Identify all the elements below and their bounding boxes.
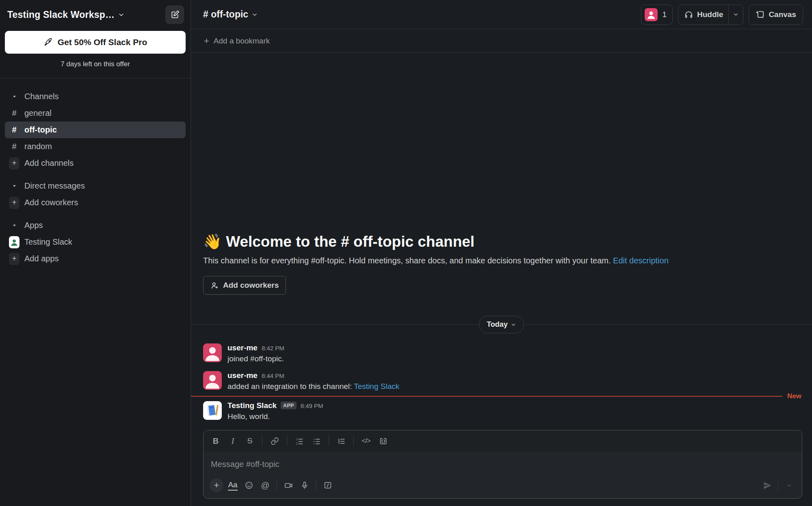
edit-description-link[interactable]: Edit description — [613, 256, 669, 265]
message-input[interactable] — [204, 452, 802, 475]
get-slack-pro-button[interactable]: Get 50% Off Slack Pro — [5, 31, 186, 54]
message-row: Testing Slack APP 8:49 PM Hello, world. — [191, 397, 812, 425]
plus-icon: + — [210, 478, 223, 492]
pro-offer: Get 50% Off Slack Pro 7 days left on thi… — [0, 29, 191, 78]
formatting-toggle-button[interactable]: Aa — [225, 478, 241, 493]
blockquote-icon — [337, 437, 346, 445]
message-timestamp[interactable]: 8:44 PM — [262, 372, 284, 379]
bold-button[interactable]: B — [208, 434, 224, 448]
message-row: user-me 8:42 PM joined #off-topic. — [191, 340, 812, 367]
emoji-button[interactable] — [241, 478, 257, 493]
new-messages-divider: New — [191, 396, 812, 397]
message-timestamp[interactable]: 8:42 PM — [262, 345, 284, 352]
message-text-part: added an integration to this channel: — [227, 382, 354, 391]
message-username[interactable]: user-me — [227, 343, 258, 352]
message-history: 👋 Welcome to the # off-topic channel Thi… — [191, 53, 812, 506]
inline-code-button[interactable]: </> — [358, 434, 374, 448]
compose-icon — [170, 10, 180, 20]
add-coworkers-label: Add coworkers — [24, 198, 78, 207]
audio-clip-button[interactable] — [297, 478, 313, 493]
app-book-icon — [203, 401, 222, 420]
add-coworkers-sidebar-button[interactable]: + Add coworkers — [5, 194, 186, 211]
integration-link[interactable]: Testing Slack — [354, 382, 399, 391]
add-apps-label: Add apps — [24, 254, 59, 263]
message-row: user-me 8:44 PM added an integration to … — [191, 367, 812, 395]
link-button[interactable] — [266, 434, 283, 448]
message-timestamp[interactable]: 8:49 PM — [301, 402, 323, 409]
send-button[interactable] — [759, 478, 775, 493]
headphones-icon — [684, 10, 693, 19]
separator — [316, 480, 316, 491]
send-icon — [763, 481, 772, 490]
canvas-button[interactable]: Canvas — [749, 4, 803, 25]
sidebar-item-testing-slack-app[interactable]: Testing Slack — [5, 234, 186, 250]
code-block-button[interactable] — [375, 434, 391, 448]
huddle-button[interactable]: Huddle — [678, 4, 743, 25]
triangle-down-icon — [9, 93, 19, 100]
channel-label: off-topic — [24, 125, 57, 135]
dm-section-label: Direct messages — [24, 181, 85, 191]
sidebar-item-off-topic[interactable]: # off-topic — [5, 122, 186, 138]
date-label: Today — [487, 320, 508, 329]
sidebar-item-general[interactable]: # general — [5, 105, 186, 122]
dm-section-header[interactable]: Direct messages — [5, 178, 186, 194]
messages-list: user-me 8:42 PM joined #off-topic. user-… — [191, 333, 812, 427]
workspace-switcher[interactable]: Testing Slack Worksp… — [7, 9, 125, 20]
section-gap — [5, 172, 186, 178]
date-pill-button[interactable]: Today — [479, 316, 524, 333]
avatar[interactable] — [203, 371, 222, 390]
wave-emoji: 👋 — [203, 233, 222, 250]
video-clip-button[interactable] — [280, 478, 297, 493]
slash-command-icon — [323, 481, 332, 490]
avatar[interactable] — [203, 401, 222, 420]
hash-icon: # — [9, 142, 19, 151]
channels-section-header[interactable]: Channels — [5, 88, 186, 105]
shortcuts-button[interactable] — [320, 478, 336, 493]
huddle-main: Huddle — [684, 10, 728, 19]
italic-button[interactable]: I — [225, 434, 241, 448]
divider-line — [524, 324, 812, 325]
emoji-icon — [245, 481, 253, 490]
message-username[interactable]: user-me — [227, 371, 258, 380]
main-pane: # off-topic 1 Huddle — [191, 0, 812, 506]
format-icon: Aa — [228, 480, 237, 491]
add-bookmark-button[interactable]: + Add a bookmark — [191, 29, 812, 53]
add-bookmark-label: Add a bookmark — [214, 37, 270, 46]
apps-section-header[interactable]: Apps — [5, 217, 186, 234]
new-message-button[interactable] — [165, 5, 184, 24]
formatting-toolbar: B I S 12 — [204, 430, 802, 452]
video-icon — [284, 481, 293, 490]
sidebar: Testing Slack Worksp… Get 50% Off Slack … — [0, 0, 191, 506]
send-options-button[interactable] — [781, 478, 797, 493]
microphone-icon — [300, 481, 309, 490]
plus-icon: + — [9, 157, 19, 169]
member-count: 1 — [662, 10, 667, 19]
send-group — [759, 478, 797, 493]
members-button[interactable]: 1 — [641, 4, 673, 25]
triangle-down-icon — [9, 183, 19, 189]
pro-button-label: Get 50% Off Slack Pro — [58, 37, 147, 47]
add-coworkers-button[interactable]: Add coworkers — [203, 276, 286, 295]
channel-title-button[interactable]: # off-topic — [203, 9, 258, 20]
workspace-name: Testing Slack Worksp… — [7, 9, 115, 20]
message-username[interactable]: Testing Slack — [227, 401, 277, 410]
channel-header: # off-topic 1 Huddle — [191, 0, 812, 29]
ordered-list-button[interactable]: 12 — [291, 434, 307, 448]
link-icon — [271, 437, 279, 445]
mention-button[interactable]: @ — [257, 478, 273, 493]
divider-line — [191, 324, 479, 325]
channel-label: random — [24, 142, 52, 151]
huddle-options-toggle[interactable] — [728, 5, 743, 24]
add-channels-label: Add channels — [24, 159, 74, 168]
avatar[interactable] — [203, 343, 222, 362]
section-gap — [5, 211, 186, 217]
attach-button[interactable]: + — [208, 478, 225, 493]
sidebar-item-random[interactable]: # random — [5, 138, 186, 155]
strikethrough-button[interactable]: S — [242, 434, 258, 448]
new-divider-label: New — [787, 392, 801, 400]
add-channels-button[interactable]: + Add channels — [5, 155, 186, 172]
slack-app: Testing Slack Worksp… Get 50% Off Slack … — [0, 0, 812, 506]
bulleted-list-button[interactable] — [308, 434, 325, 448]
blockquote-button[interactable] — [333, 434, 349, 448]
add-apps-button[interactable]: + Add apps — [5, 250, 186, 267]
